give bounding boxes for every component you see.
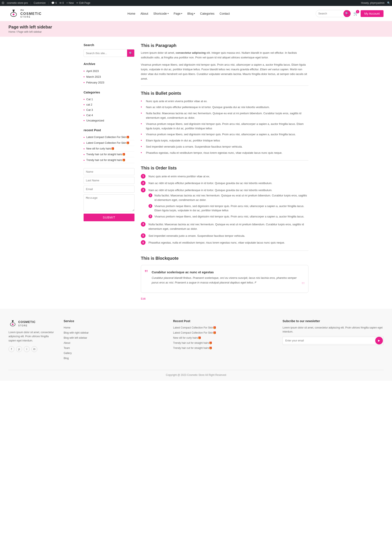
footer-service-link[interactable]: Blog with left sidebar	[64, 336, 87, 339]
category-item[interactable]: Cat 4	[84, 113, 134, 118]
sidebar-search-input[interactable]	[84, 50, 127, 56]
nav-about[interactable]: About	[140, 12, 148, 15]
footer-logo: COSMETICSTORE	[8, 319, 55, 328]
bullet-item: Nulla facilisi. Maecenas lacinia ac nisl…	[141, 110, 308, 121]
footer-service-link[interactable]: Gallery	[64, 352, 72, 355]
edit-link[interactable]: Edit	[141, 297, 308, 300]
sidebar-search-icon: 🔍	[129, 52, 133, 55]
newsletter-email-input[interactable]	[283, 337, 375, 344]
bullet-list: Nunc quis ante et enim viverra porttitor…	[141, 98, 308, 156]
social-pinterest[interactable]: p	[16, 346, 22, 352]
admin-search-link[interactable]: 🔍	[387, 1, 390, 4]
recent-post-item[interactable]: Trendy hair cut for straight hairs🎁	[84, 157, 134, 163]
nav-blog[interactable]: Blog	[187, 12, 195, 15]
footer-recent-link[interactable]: Latest Compact Collection For Skin🎁	[173, 326, 216, 329]
footer-bottom: Copyright @ 2023 Cosmetic Store All Righ…	[8, 370, 384, 376]
category-item[interactable]: Cat 3	[84, 107, 134, 113]
archive-item[interactable]: February 2023	[84, 80, 134, 85]
archive-item[interactable]: March 2023	[84, 74, 134, 80]
bullet-title: This is Bullet points	[141, 91, 308, 96]
footer-service-link[interactable]: Home	[64, 326, 70, 329]
category-item[interactable]: Uncategorized	[84, 118, 134, 123]
breadcrumb-link[interactable]: Home	[8, 30, 15, 33]
footer-service-list: HomeBlog with right sidebarBlog with lef…	[64, 326, 165, 360]
contact-name-input[interactable]	[84, 168, 134, 175]
footer-newsletter-desc: Lorem ipsum dolor sit amet, consectetur …	[283, 326, 384, 334]
footer-service-link[interactable]: Team	[64, 347, 70, 349]
recent-post-item[interactable]: Trendy hair cut for straight hairs🎁	[84, 152, 134, 157]
archive-item[interactable]: April 2023	[84, 68, 134, 74]
admin-new-link[interactable]: + New	[66, 1, 74, 4]
admin-customize-link[interactable]: Customize	[33, 1, 46, 4]
sidebar-archive-title: Archive	[84, 62, 134, 66]
page-title: Page with left sidebar	[8, 25, 384, 29]
footer-recent-title: Recent Post	[173, 319, 274, 323]
admin-edit-page-link[interactable]: ✏ Edit Page	[76, 1, 90, 4]
nav-page[interactable]: Page	[174, 12, 182, 15]
nav-shortcode[interactable]: Shortcode	[153, 12, 169, 15]
logo: the COSMETIC STORE	[8, 8, 42, 19]
footer-recent-link[interactable]: Latest Compact Collection For Skin🎁	[173, 331, 216, 334]
recent-list: Latest Compact Collection For Skin🎁Lates…	[84, 134, 134, 163]
sidebar-search-wrap: 🔍	[84, 49, 134, 57]
footer-service-link[interactable]: About	[64, 342, 70, 344]
recent-post-item[interactable]: Latest Compact Collection For Skin🎁	[84, 134, 134, 140]
my-account-button[interactable]: My Account	[361, 10, 384, 17]
footer-service-link[interactable]: Blog with right sidebar	[64, 331, 89, 334]
sidebar-archive-widget: Archive April 2023March 2023February 202…	[84, 62, 134, 85]
blockquote-heading: Curabitur scelerisque ac nunc et egestas	[152, 270, 302, 274]
footer-newsletter-title: Subcribe to our newsletter	[283, 319, 384, 323]
admin-wp-icon: ⓪	[2, 1, 4, 5]
contact-message-input[interactable]	[84, 194, 134, 211]
footer-recent-link[interactable]: Trendy hair cut for straight hairs🎁	[173, 347, 212, 349]
newsletter-submit-button[interactable]: ▶	[375, 337, 383, 344]
category-item[interactable]: Cat 1	[84, 97, 134, 102]
contact-email-input[interactable]	[84, 186, 134, 193]
contact-lastname-input[interactable]	[84, 177, 134, 184]
admin-comments-link[interactable]: 💬 6	[51, 1, 57, 4]
recent-post-item[interactable]: New oill for curly hairs🎁	[84, 146, 134, 152]
svg-point-1	[13, 14, 14, 15]
archive-list: April 2023March 2023February 2023	[84, 68, 134, 85]
admin-site-link[interactable]: cosmetic-store-pro	[7, 1, 28, 4]
cart-badge: 1	[356, 10, 359, 13]
social-facebook[interactable]: f	[8, 346, 14, 352]
nav-categories[interactable]: Categories	[200, 12, 214, 15]
admin-howdy: Howdy, phpmyadmin	[361, 1, 385, 4]
ordered-section: Nunc quis ante et enim viverra porttitor…	[141, 173, 308, 246]
order-item: Phasellus egestas, nulla et vestibulum t…	[141, 239, 308, 246]
search-icon: 🔍	[345, 12, 349, 15]
bullet-item: Nunc quis ante et enim viverra porttitor…	[141, 98, 308, 104]
nav-contact[interactable]: Contact	[219, 12, 230, 15]
header-search: 🔍	[316, 10, 351, 17]
paragraph-title: This is Paragraph	[141, 43, 308, 48]
footer-brand-desc: Lorem ipsum dolor sit amet, consectetur …	[8, 330, 55, 343]
order-item: Sed imperdiet venenatis justo a ornare. …	[141, 232, 308, 239]
admin-bar: ⓪ cosmetic-store-pro | Customize | 💬 6 ✉…	[0, 0, 392, 6]
logo-icon	[8, 8, 19, 19]
nav-home[interactable]: Home	[127, 12, 135, 15]
footer-recent-link[interactable]: New oill for curly hairs🎁	[173, 336, 201, 339]
footer: COSMETICSTORE Lorem ipsum dolor sit amet…	[0, 309, 392, 381]
bullet-item: Sed imperdiet venenatis justo a ornare. …	[141, 144, 308, 150]
main-content: Search 🔍 Archive April 2023March 2023Feb…	[79, 43, 313, 300]
breadcrumb-current: Page with left sidebar	[17, 30, 42, 33]
order-sub-item: Vivamus pretium neque libero, sed dignis…	[148, 214, 308, 220]
header-search-button[interactable]: 🔍	[343, 10, 351, 17]
order-item: Nam ac nibh id turpis efficitur pellente…	[141, 180, 308, 187]
categories-list: Cat 1cat 2Cat 3Cat 4Uncategorized	[84, 97, 134, 123]
category-item[interactable]: cat 2	[84, 102, 134, 107]
footer-recent-link[interactable]: Trendy hair cut for straight hairs🎁	[173, 342, 212, 344]
footer-service-link[interactable]: Blog	[64, 357, 69, 360]
sidebar-contact-widget: SUBMIT	[84, 168, 134, 221]
contact-submit-button[interactable]: SUBMIT	[84, 214, 134, 221]
sidebar-search-button[interactable]: 🔍	[127, 49, 134, 57]
social-instagram[interactable]: i	[24, 346, 30, 352]
header-search-input[interactable]	[316, 12, 343, 15]
paragraph-2: Vivamus pretium neque libero, sed dignis…	[141, 62, 308, 81]
admin-messages-link[interactable]: ✉ 0	[60, 1, 64, 4]
recent-post-item[interactable]: Latest Compact Collection For Skin🎁	[84, 140, 134, 146]
newsletter-form: ▶	[283, 336, 384, 345]
cart-button[interactable]: 🛒 1	[353, 11, 358, 16]
social-linkedin[interactable]: in	[31, 346, 37, 352]
